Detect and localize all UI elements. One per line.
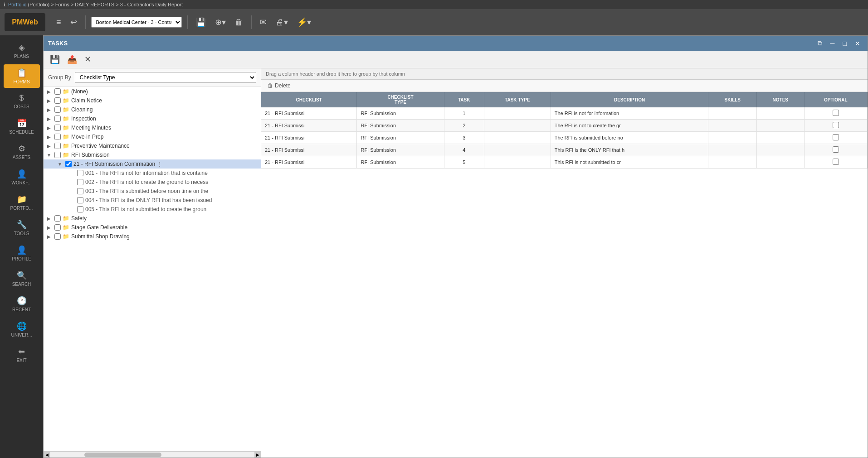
tree-toggle-preventive[interactable]: ▶	[45, 144, 53, 149]
tree-leaf-003[interactable]: 003 - The RFI is submitted before noon t…	[44, 187, 261, 196]
tree-item-cleaning[interactable]: ▶ 📁 Cleaning	[44, 105, 261, 114]
col-checklist-type: CHECKLISTTYPE	[357, 92, 444, 107]
cell-optional[interactable]	[804, 132, 867, 144]
tree-toggle-claim[interactable]: ▶	[45, 98, 53, 103]
tree-item-rfi-confirmation[interactable]: ▼ 21 - RFI Submission Confirmation ⋮	[44, 159, 261, 169]
tree-toggle-inspection[interactable]: ▶	[45, 116, 53, 121]
tree-leaf-002[interactable]: 002 - The RFI is not to create the groun…	[44, 178, 261, 187]
sidebar-item-label: WORKF...	[11, 180, 31, 185]
optional-checkbox-1[interactable]	[833, 122, 839, 128]
menu-button[interactable]: ≡	[54, 16, 64, 29]
tree-checkbox-inspection[interactable]	[54, 116, 61, 122]
left-panel-scrollbar-thumb[interactable]	[84, 453, 161, 457]
sidebar-item-search[interactable]: 🔍 SEARCH	[4, 267, 40, 290]
tree-toggle-rfi-conf[interactable]: ▼	[56, 162, 63, 167]
modal-minimize-button[interactable]: ─	[828, 39, 838, 48]
table-row[interactable]: 21 - RFI Submissi RFI Submission 1 The R…	[261, 107, 868, 120]
tree-checkbox-preventive[interactable]	[54, 143, 61, 149]
tree-checkbox-rfi[interactable]	[54, 152, 61, 158]
cell-optional[interactable]	[804, 107, 867, 120]
workflow-button[interactable]: ⚡▾	[294, 15, 314, 29]
tree-checkbox-004[interactable]	[77, 197, 83, 203]
sidebar-item-exit[interactable]: ⬅ EXIT	[4, 343, 40, 366]
table-row[interactable]: 21 - RFI Submissi RFI Submission 3 The R…	[261, 132, 868, 144]
tree-item-stagegate[interactable]: ▶ 📁 Stage Gate Deliverable	[44, 223, 261, 232]
tree-checkbox-rfi-conf[interactable]	[65, 161, 72, 167]
tree-item-preventive[interactable]: ▶ 📁 Preventive Maintenance	[44, 141, 261, 150]
sidebar-item-forms[interactable]: 📋 FORMS	[4, 64, 40, 88]
tree-checkbox-submittal[interactable]	[54, 233, 61, 240]
tree-item-claim-notice[interactable]: ▶ 📁 Claim Notice	[44, 96, 261, 105]
sidebar-item-assets[interactable]: ⚙ ASSETS	[4, 140, 40, 164]
sidebar-item-schedule[interactable]: 📅 SCHEDULE	[4, 115, 40, 138]
tree-checkbox-005[interactable]	[77, 206, 83, 212]
project-select[interactable]: Boston Medical Center - 3 - Contrac	[91, 17, 182, 28]
table-row[interactable]: 21 - RFI Submissi RFI Submission 4 This …	[261, 144, 868, 156]
scroll-right-arrow[interactable]: ▶	[254, 452, 261, 458]
tree-toggle-none[interactable]: ▶	[45, 89, 53, 94]
modal-restore-button[interactable]: ⧉	[815, 39, 825, 48]
tree-item-rfi[interactable]: ▼ 📁 RFI Submission	[44, 150, 261, 159]
modal-cancel-btn[interactable]: ✕	[83, 53, 93, 65]
tree-leaf-004[interactable]: 004 - This RFI is the ONLY RFI that has …	[44, 196, 261, 205]
tree-checkbox-001[interactable]	[77, 170, 83, 176]
modal-save-btn[interactable]: 💾	[48, 53, 62, 65]
optional-checkbox-0[interactable]	[833, 110, 839, 116]
rfi-conf-options[interactable]: ⋮	[157, 161, 162, 167]
scroll-left-arrow[interactable]: ◀	[44, 452, 50, 458]
tree-item-safety[interactable]: ▶ 📁 Safety	[44, 214, 261, 223]
tree-checkbox-none[interactable]	[54, 88, 61, 95]
sidebar-item-plans[interactable]: ◈ PLANS	[4, 39, 40, 63]
portfolio-link[interactable]: Portfolio	[8, 2, 26, 7]
tree-checkbox-safety[interactable]	[54, 215, 61, 222]
tree-toggle-stagegate[interactable]: ▶	[45, 225, 53, 230]
cell-optional[interactable]	[804, 144, 867, 156]
optional-checkbox-4[interactable]	[833, 159, 839, 165]
modal-export-btn[interactable]: 📤	[65, 53, 79, 65]
undo-button[interactable]: ↩	[68, 15, 80, 29]
tree-item-movein[interactable]: ▶ 📁 Move-in Prep	[44, 132, 261, 141]
sidebar-item-universe[interactable]: 🌐 UNIVER...	[4, 318, 40, 341]
sidebar-item-portfolio[interactable]: 📁 PORTFO...	[4, 191, 40, 214]
tree-checkbox-cleaning[interactable]	[54, 106, 61, 113]
modal-close-button[interactable]: ✕	[852, 39, 863, 48]
sidebar-item-workforce[interactable]: 👤 WORKF...	[4, 165, 40, 189]
optional-checkbox-2[interactable]	[833, 134, 839, 140]
group-by-select[interactable]: Checklist Type	[75, 72, 256, 83]
sidebar-item-costs[interactable]: $ COSTS	[4, 90, 40, 113]
cell-skills	[708, 120, 757, 132]
sidebar-item-tools[interactable]: 🔧 TOOLS	[4, 216, 40, 240]
tree-checkbox-claim[interactable]	[54, 97, 61, 104]
tree-item-inspection[interactable]: ▶ 📁 Inspection	[44, 114, 261, 123]
modal-maximize-button[interactable]: □	[840, 39, 849, 48]
tree-checkbox-002[interactable]	[77, 179, 83, 185]
tree-toggle-movein[interactable]: ▶	[45, 135, 53, 140]
table-row[interactable]: 21 - RFI Submissi RFI Submission 5 This …	[261, 156, 868, 169]
optional-checkbox-3[interactable]	[833, 146, 839, 153]
tree-checkbox-movein[interactable]	[54, 134, 61, 140]
tree-leaf-005[interactable]: 005 - This RFI is not submitted to creat…	[44, 205, 261, 214]
tree-checkbox-003[interactable]	[77, 188, 83, 194]
print-button[interactable]: 🖨▾	[273, 15, 291, 29]
sidebar-item-recent[interactable]: 🕐 RECENT	[4, 292, 40, 316]
tree-toggle-meeting[interactable]: ▶	[45, 125, 53, 130]
cell-optional[interactable]	[804, 156, 867, 169]
delete-button[interactable]: 🗑 Delete	[266, 82, 293, 90]
tree-checkbox-stagegate[interactable]	[54, 224, 61, 231]
tree-toggle-cleaning[interactable]: ▶	[45, 107, 53, 112]
cell-optional[interactable]	[804, 120, 867, 132]
tree-leaf-001[interactable]: 001 - The RFI is not for information tha…	[44, 169, 261, 178]
save-button[interactable]: 💾	[193, 15, 209, 29]
tree-toggle-safety[interactable]: ▶	[45, 216, 53, 221]
delete-toolbar-button[interactable]: 🗑	[232, 16, 246, 29]
add-button[interactable]: ⊕▾	[212, 15, 229, 29]
tree-item-meeting[interactable]: ▶ 📁 Meeting Minutes	[44, 123, 261, 132]
tree-checkbox-meeting[interactable]	[54, 125, 61, 131]
email-button[interactable]: ✉	[257, 15, 269, 29]
sidebar-item-profile[interactable]: 👤 PROFILE	[4, 241, 40, 265]
tree-toggle-submittal[interactable]: ▶	[45, 234, 53, 239]
table-row[interactable]: 21 - RFI Submissi RFI Submission 2 The R…	[261, 120, 868, 132]
tree-toggle-rfi[interactable]: ▼	[45, 153, 53, 158]
tree-item-none[interactable]: ▶ 📁 (None)	[44, 87, 261, 96]
tree-item-submittal[interactable]: ▶ 📁 Submittal Shop Drawing	[44, 232, 261, 241]
